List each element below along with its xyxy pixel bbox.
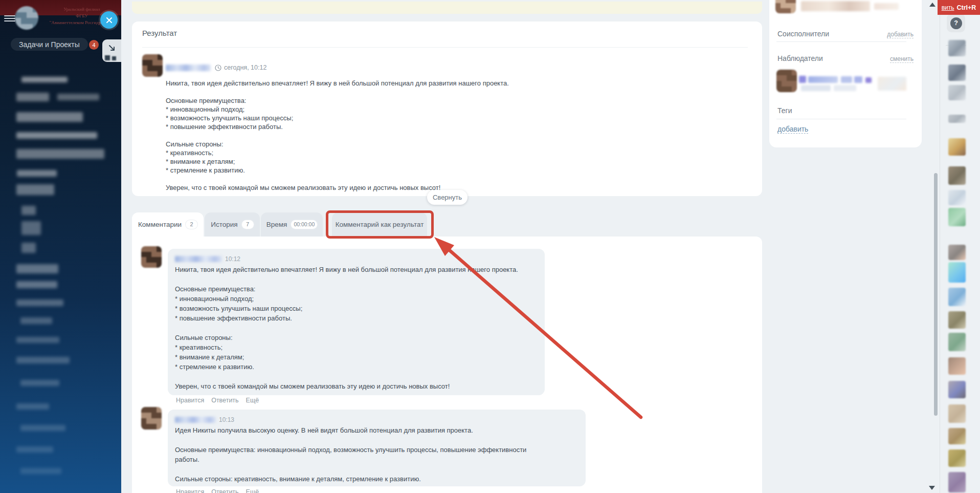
page-thumbnail[interactable] [948, 40, 966, 56]
tab-comments[interactable]: Комментарии 2 [132, 212, 204, 237]
comment-bubble: 10:12 Никита, твоя идея действительно вп… [168, 249, 545, 395]
page-thumbnail[interactable] [948, 190, 966, 205]
sidebar-item-blurred[interactable] [16, 446, 53, 453]
divider [776, 119, 906, 119]
task-tabs: Комментарии 2 История 7 Время 00:00:00 К… [132, 212, 427, 237]
task-description-card-bottom [132, 2, 762, 14]
tasks-count-badge: 4 [89, 40, 99, 50]
page-thumbnail[interactable] [948, 262, 966, 283]
app-viewport: Уральский филиал ФГБУ "Авиаметтелеком Ро… [0, 0, 980, 493]
name-blurred [874, 3, 899, 10]
page-thumbnail[interactable] [948, 311, 966, 329]
scroll-up-arrow[interactable] [929, 3, 936, 7]
page-thumbnail[interactable] [948, 115, 966, 123]
help-button[interactable]: ? [947, 14, 965, 32]
reply-link[interactable]: Ответить [211, 488, 238, 493]
page-thumbnail[interactable] [948, 138, 966, 156]
avatar [142, 54, 163, 77]
divider [776, 41, 906, 42]
sidebar-item-label: Задачи и Проекты [19, 40, 80, 49]
page-thumbnail[interactable] [948, 65, 966, 81]
like-link[interactable]: Нравится [176, 488, 204, 493]
tab-comment-as-result[interactable]: Комментарий как результат [332, 212, 427, 237]
sidebar-item-blurred[interactable] [16, 357, 70, 363]
divider [142, 47, 748, 48]
sidebar-item-blurred[interactable] [57, 94, 99, 100]
scrollbar-thumb[interactable] [934, 173, 938, 416]
comment-text: Идея Никиты получила высокую оценку. В н… [175, 425, 578, 484]
page-thumbnail[interactable] [948, 404, 966, 423]
page-thumbnail[interactable] [948, 166, 966, 185]
watcher-name-blurred [854, 76, 862, 83]
result-title: Результат [142, 29, 177, 37]
sidebar-item-blurred[interactable] [16, 403, 49, 410]
coexecutors-add-link[interactable]: добавить [887, 31, 914, 38]
sidebar-item-blurred[interactable] [21, 243, 36, 253]
close-icon[interactable] [100, 11, 118, 29]
sidebar-item-blurred[interactable] [16, 132, 97, 139]
sidebar-item-blurred[interactable] [20, 425, 65, 431]
sidebar-item-tasks-projects[interactable]: Задачи и Проекты [11, 38, 88, 51]
page-thumbnail[interactable] [948, 333, 966, 351]
tab-time[interactable]: Время 00:00:00 [261, 212, 323, 237]
sidebar-item-blurred[interactable] [20, 317, 52, 324]
sidebar-item-blurred[interactable] [21, 206, 36, 215]
watchers-change-link[interactable]: сменить [890, 55, 914, 63]
sidebar-item-blurred[interactable] [16, 281, 57, 288]
scroll-down-arrow[interactable] [929, 486, 935, 490]
sidebar-item-blurred[interactable] [16, 112, 83, 122]
author-name-blurred[interactable] [166, 65, 211, 71]
collapse-button[interactable]: Свернуть [427, 190, 467, 205]
page-thumbnail[interactable] [948, 449, 966, 467]
recorder-hotkey: Ctrl+R [956, 4, 976, 11]
history-count-badge: 7 [242, 220, 254, 229]
reply-link[interactable]: Ответить [211, 397, 238, 404]
sidebar-item-blurred[interactable] [21, 77, 68, 82]
page-thumbnail[interactable] [948, 288, 966, 306]
clock-icon [215, 65, 221, 71]
commenter-name-blurred[interactable] [175, 256, 222, 262]
sidebar-item-blurred[interactable] [16, 149, 104, 159]
sidebar-item-blurred[interactable] [21, 221, 41, 235]
watcher-name-blurred [865, 77, 872, 83]
avatar [141, 407, 162, 430]
dock-widget-pixels [105, 55, 118, 61]
tab-history[interactable]: История 7 [205, 212, 260, 237]
page-thumbnail[interactable] [948, 85, 966, 100]
question-icon: ? [950, 17, 962, 29]
sidebar-item-blurred[interactable] [16, 264, 58, 273]
result-comment-text: Никита, твоя идея действительно впечатля… [166, 79, 754, 192]
sidebar-item-blurred[interactable] [20, 468, 61, 474]
like-link[interactable]: Нравится [176, 397, 204, 404]
tags-add-link[interactable]: добавить [777, 125, 808, 134]
left-sidebar: Уральский филиал ФГБУ "Авиаметтелеком Ро… [0, 0, 121, 493]
page-thumbnail[interactable] [948, 357, 966, 375]
arrow-down-right-icon [107, 43, 117, 53]
watchers-title: Наблюдатели [777, 54, 823, 62]
result-card: Результат сегодня, 10:12 Никита, твоя ид… [132, 22, 762, 196]
sidebar-item-blurred[interactable] [17, 170, 57, 177]
menu-icon[interactable] [4, 15, 15, 23]
sidebar-item-blurred[interactable] [16, 337, 59, 343]
sidebar-item-blurred[interactable] [16, 93, 49, 101]
recorder-stop-bar[interactable]: вить Ctrl+R [938, 0, 980, 15]
more-link[interactable]: Ещё [246, 397, 259, 404]
page-thumbnail[interactable] [948, 472, 966, 492]
commenter-name-blurred[interactable] [175, 417, 216, 423]
avatar [775, 0, 796, 13]
sidebar-item-blurred[interactable] [16, 184, 54, 195]
page-thumbnail[interactable] [948, 245, 966, 260]
sidebar-item-blurred[interactable] [20, 380, 59, 386]
comment-actions: Нравится Ответить Ещё [176, 397, 259, 404]
coexecutors-title: Соисполнители [777, 30, 829, 38]
page-thumbnail[interactable] [948, 208, 966, 226]
divider [940, 0, 940, 493]
watcher-name-blurred [808, 76, 838, 83]
sidebar-item-blurred[interactable] [16, 299, 63, 306]
comment-text: Никита, твоя идея действительно впечатля… [175, 265, 538, 391]
page-thumbnail[interactable] [948, 381, 966, 398]
page-thumbnail[interactable] [948, 428, 966, 444]
more-link[interactable]: Ещё [246, 488, 259, 493]
result-comment-time: сегодня, 10:12 [224, 64, 266, 71]
recorder-label: вить [942, 4, 954, 11]
